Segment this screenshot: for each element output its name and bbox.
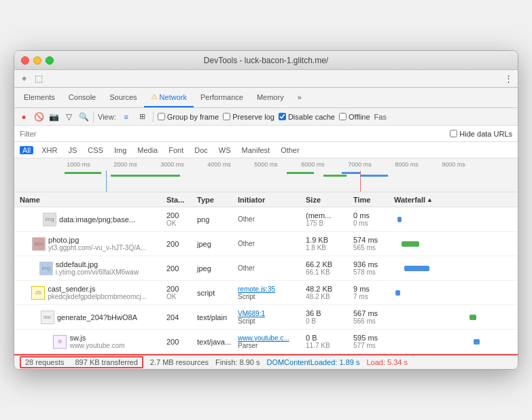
tab-performance-label: Performance [200,93,243,101]
row-initiator: remote.js:35 Script [235,285,303,300]
col-header-name[interactable]: Name [14,196,164,204]
group-by-frame-checkbox[interactable] [158,113,165,120]
preserve-log-checkbox[interactable] [223,113,230,120]
row-name-block: ⚙ sw.js www.youtube.com [14,332,164,351]
tab-performance[interactable]: Performance [194,88,250,107]
tab-network[interactable]: ⚠ Network [144,88,194,107]
resources-size: 2.7 MB resources [150,358,209,366]
time-mark-2: 2000 ms [102,161,149,168]
row-name-main: sw.js [69,334,124,342]
row-name-block: abc photo.jpg yt3.ggpht.com/-vu_v-hJT-3Q… [14,234,164,253]
hide-data-urls-label[interactable]: Hide data URLs [450,130,512,138]
row-time: 0 ms 0 ms [351,211,391,227]
row-status: 200 OK [164,211,194,227]
view-group-btn[interactable]: ⊞ [137,111,149,122]
more-icon[interactable]: ⋮ [501,72,515,86]
time-mark-9: 9000 ms [430,161,477,168]
type-img[interactable]: Img [111,146,129,154]
tab-network-label: Network [160,93,187,101]
table-row[interactable]: JS cast_sender.js pkedcjkdefgpdelpbcmbme… [14,281,518,305]
wf-header-bar-6 [360,175,388,177]
tab-sources[interactable]: Sources [103,88,143,107]
wf-bar-2 [404,266,429,271]
preserve-log-label[interactable]: Preserve log [223,113,274,121]
tab-memory[interactable]: Memory [250,88,291,107]
row-time: 595 ms 577 ms [351,334,391,349]
disable-cache-checkbox[interactable] [279,113,286,120]
wf-bar-4 [469,315,476,320]
waterfall-chart-area [55,171,518,192]
row-initiator: Other [235,240,303,247]
type-ws[interactable]: WS [216,146,234,154]
filter-icon[interactable]: ▽ [63,111,74,122]
tab-more[interactable]: » [291,88,308,107]
cursor-icon[interactable]: ⌖ [17,72,31,86]
type-manifest[interactable]: Manifest [239,146,273,154]
col-header-size[interactable]: Size [303,196,351,204]
camera-button[interactable]: 📷 [48,111,59,122]
tab-elements[interactable]: Elements [17,88,62,107]
separator-2 [153,111,154,122]
hide-data-urls-checkbox[interactable] [450,130,457,137]
view-list-btn[interactable]: ≡ [120,111,132,122]
type-font[interactable]: Font [166,146,186,154]
inspect-icon[interactable]: ⬚ [32,72,46,86]
wf-header-bar-3 [287,172,315,174]
wf-bar-5 [474,339,480,345]
col-header-type[interactable]: Type [194,196,235,204]
col-header-status[interactable]: Sta... [164,196,194,204]
search-icon[interactable]: 🔍 [78,111,89,122]
load-time: Load: 5.34 s [366,358,408,366]
offline-checkbox[interactable] [339,113,347,120]
minimize-button[interactable] [33,56,41,65]
row-status: 200 [164,264,194,273]
col-header-initiator[interactable]: Initiator [235,196,303,204]
time-mark-1: 1000 ms [55,161,102,168]
requests-count: 28 requests [25,358,64,366]
row-type: jpeg [194,240,235,248]
table-row[interactable]: img data:image/png;base... 200 OK png Ot… [14,207,518,232]
sort-arrow-icon: ▲ [427,196,433,203]
type-filter-bar: All XHR JS CSS Img Media Font Doc WS Man… [14,142,518,158]
row-type: text/java... [194,338,235,346]
group-by-frame-label[interactable]: Group by frame [158,113,219,121]
type-xhr[interactable]: XHR [39,146,60,154]
type-all[interactable]: All [20,146,33,154]
row-time: 574 ms 565 ms [351,236,391,251]
type-doc[interactable]: Doc [192,146,211,154]
table-row[interactable]: abc photo.jpg yt3.ggpht.com/-vu_v-hJT-3Q… [14,232,518,256]
table-row[interactable]: img sddefault.jpg i.ytimg.com/vi/6lfaiXM… [14,256,518,281]
row-type: text/plain [194,313,235,321]
type-css[interactable]: CSS [85,146,106,154]
tab-more-label: » [298,93,302,101]
clear-button[interactable]: 🚫 [33,111,44,122]
row-initiator: Other [235,264,303,272]
record-button[interactable]: ● [18,111,29,122]
col-header-waterfall[interactable]: Waterfall ▲ [391,196,518,204]
type-js[interactable]: JS [65,146,79,154]
table-header: Name Sta... Type Initiator Size Time Wat… [14,192,518,207]
type-other[interactable]: Other [278,146,302,154]
disable-cache-label[interactable]: Disable cache [279,113,335,121]
tab-sources-label: Sources [109,93,137,101]
row-waterfall [391,330,518,354]
tab-console[interactable]: Console [62,88,103,107]
view-label: View: [98,113,116,121]
maximize-button[interactable] [46,56,54,65]
time-mark-7: 7000 ms [336,161,383,168]
offline-label[interactable]: Offline [339,113,370,121]
row-name-text: cast_sender.js pkedcjkdefgpdelpbcmbmeomc… [48,285,147,300]
col-header-time[interactable]: Time [351,196,391,204]
table-row[interactable]: doc generate_204?bHwO8A 204 text/plain V… [14,305,518,330]
wf-header-bar-2 [111,175,180,177]
type-media[interactable]: Media [135,146,160,154]
close-button[interactable] [21,56,29,65]
time-mark-6: 6000 ms [289,161,336,168]
row-time: 567 ms 566 ms [351,309,391,325]
table-row[interactable]: ⚙ sw.js www.youtube.com 200 text/java...… [14,330,518,354]
row-name-text: data:image/png;base... [59,215,135,224]
filter-input[interactable] [20,130,444,138]
wf-bar-3 [395,290,400,296]
row-waterfall [391,281,518,305]
row-name-text: sddefault.jpg i.ytimg.com/vi/6lfaiXM6waw [56,260,139,276]
